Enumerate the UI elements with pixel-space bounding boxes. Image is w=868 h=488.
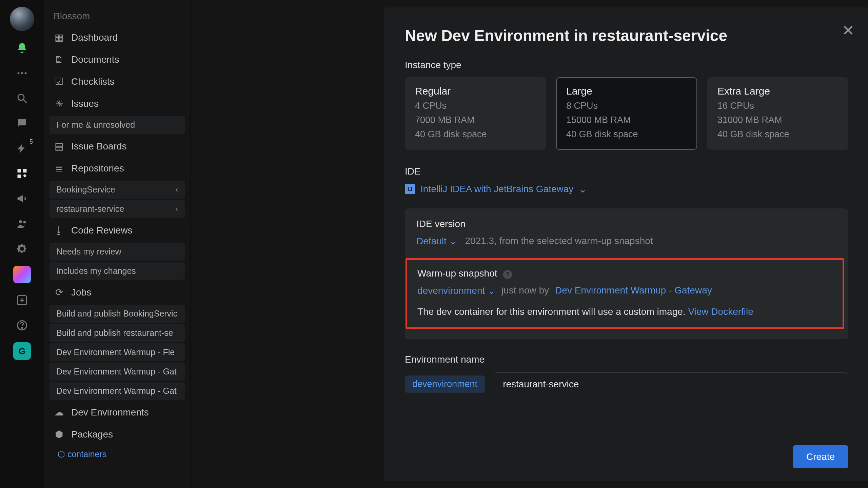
packages-icon: ⬢	[54, 429, 64, 440]
sidebar-item-dev-envs[interactable]: ☁ Dev Environments	[44, 401, 190, 423]
instance-type-label: Instance type	[405, 60, 848, 70]
instance-card-regular[interactable]: Regular 4 CPUs 7000 MB RAM 40 GB disk sp…	[405, 77, 546, 150]
sidebar-item-documents[interactable]: 🗎 Documents	[44, 48, 190, 70]
documents-icon: 🗎	[54, 54, 64, 65]
card-disk: 40 GB disk space	[415, 127, 536, 142]
job-item[interactable]: Build and publish BookingServic	[50, 305, 185, 323]
card-cpu: 4 CPUs	[415, 99, 536, 113]
chevron-down-icon: ⌄	[579, 184, 587, 195]
filter-label: Needs my review	[56, 247, 121, 257]
sidebar-item-dashboard[interactable]: ▦ Dashboard	[44, 26, 190, 48]
svg-point-14	[22, 327, 22, 328]
repo-item[interactable]: BookingService ‹	[50, 181, 185, 199]
card-ram: 15000 MB RAM	[566, 113, 687, 127]
megaphone-icon[interactable]	[14, 190, 30, 207]
sidebar-label: Documents	[71, 54, 119, 65]
gear-icon[interactable]	[14, 241, 30, 257]
issues-icon: ✳	[54, 98, 64, 109]
job-item[interactable]: Dev Environment Warmup - Gat	[50, 382, 185, 400]
dashboard-icon: ▦	[54, 32, 64, 43]
cr-filter[interactable]: Includes my changes	[50, 262, 185, 280]
avatar[interactable]	[10, 7, 34, 31]
job-item[interactable]: Build and publish restaurant-se	[50, 324, 185, 342]
sidebar-label: Jobs	[71, 287, 91, 298]
sidebar-item-packages[interactable]: ⬢ Packages	[44, 423, 190, 445]
plugin-icon[interactable]	[13, 266, 31, 283]
svg-point-0	[18, 72, 20, 74]
package-sub[interactable]: ⬡ containers	[44, 445, 190, 463]
sidebar-label: Checklists	[71, 76, 115, 87]
new-dev-env-modal: ✕ New Dev Environment in restaurant-serv…	[384, 7, 868, 481]
card-disk: 40 GB disk space	[566, 127, 687, 142]
intellij-icon: IJ	[405, 184, 415, 194]
instance-card-large[interactable]: Large 8 CPUs 15000 MB RAM 40 GB disk spa…	[556, 77, 697, 150]
repo-label: BookingService	[56, 185, 115, 195]
card-ram: 7000 MB RAM	[415, 113, 536, 127]
close-icon[interactable]: ✕	[842, 23, 854, 38]
ide-version-select[interactable]: Default ⌄	[416, 236, 457, 247]
chat-icon[interactable]	[14, 115, 30, 131]
sidebar-item-repositories[interactable]: ≣ Repositories	[44, 157, 190, 179]
job-item[interactable]: Dev Environment Warmup - Fle	[50, 343, 185, 361]
card-cpu: 16 CPUs	[717, 99, 838, 113]
repos-icon: ≣	[54, 163, 64, 174]
env-tag[interactable]: devenvironment	[405, 375, 485, 393]
instance-card-xlarge[interactable]: Extra Large 16 CPUs 31000 MB RAM 40 GB d…	[707, 77, 848, 150]
filter-label: For me & unresolved	[56, 120, 135, 130]
repo-item[interactable]: restaurant-service ‹	[50, 200, 185, 218]
cloud-icon: ☁	[54, 407, 64, 418]
warmup-highlight: Warm-up snapshot ? devenvironment ⌄ just…	[406, 258, 844, 329]
warmup-when: just now by	[501, 285, 549, 296]
ide-selector[interactable]: IJ IntelliJ IDEA with JetBrains Gateway …	[405, 184, 848, 195]
chevron-left-icon: ‹	[176, 205, 178, 214]
svg-rect-6	[23, 169, 27, 173]
help-icon[interactable]	[14, 317, 30, 333]
version-value: Default	[416, 236, 447, 246]
help-icon[interactable]: ?	[503, 270, 512, 279]
bell-icon[interactable]	[14, 40, 30, 56]
svg-point-2	[25, 72, 27, 74]
env-name-input[interactable]	[494, 372, 848, 396]
version-desc: 2021.3, from the selected warm-up snapsh…	[465, 236, 653, 246]
env-name-section: Environment name devenvironment	[405, 354, 848, 396]
plus-box-icon[interactable]	[14, 292, 30, 308]
instance-cards: Regular 4 CPUs 7000 MB RAM 40 GB disk sp…	[405, 77, 848, 150]
svg-point-8	[19, 220, 22, 223]
project-name[interactable]: Blossom	[44, 6, 190, 26]
card-disk: 40 GB disk space	[717, 127, 838, 142]
sidebar-item-issue-boards[interactable]: ▤ Issue Boards	[44, 135, 190, 157]
card-cpu: 8 CPUs	[566, 99, 687, 113]
svg-point-1	[21, 72, 23, 74]
more-icon[interactable]	[14, 65, 30, 81]
card-name: Extra Large	[717, 85, 838, 97]
sidebar-label: Issue Boards	[71, 141, 126, 152]
sidebar-item-code-reviews[interactable]: ⭳ Code Reviews	[44, 219, 190, 241]
warmup-text: Warm-up snapshot	[417, 268, 497, 279]
sidebar-item-jobs[interactable]: ⟳ Jobs	[44, 281, 190, 303]
apps-icon[interactable]	[14, 165, 30, 182]
warmup-by-link[interactable]: Dev Environment Warmup - Gateway	[555, 285, 712, 296]
cr-filter[interactable]: Needs my review	[50, 243, 185, 261]
sidebar-item-issues[interactable]: ✳ Issues	[44, 93, 190, 115]
create-button[interactable]: Create	[793, 445, 848, 468]
warmup-label: Warm-up snapshot ?	[417, 268, 832, 279]
warmup-value: devenvironment	[417, 285, 485, 296]
left-rail: 5 G	[0, 0, 44, 488]
jobs-icon: ⟳	[54, 287, 64, 298]
card-ram: 31000 MB RAM	[717, 113, 838, 127]
issues-filter[interactable]: For me & unresolved	[50, 116, 185, 134]
docker-text: The dev container for this environment w…	[417, 306, 686, 317]
warmup-select[interactable]: devenvironment ⌄	[417, 285, 495, 296]
people-icon[interactable]	[14, 216, 30, 232]
bolt-icon[interactable]: 5	[14, 140, 30, 157]
svg-point-9	[23, 221, 26, 224]
svg-rect-7	[18, 175, 21, 178]
sidebar-item-checklists[interactable]: ☑ Checklists	[44, 70, 190, 93]
plugin2-icon[interactable]: G	[13, 342, 31, 360]
job-item[interactable]: Dev Environment Warmup - Gat	[50, 363, 185, 381]
view-dockerfile-link[interactable]: View Dockerfile	[688, 306, 753, 317]
chevron-left-icon: ‹	[176, 185, 178, 194]
search-icon[interactable]	[14, 90, 30, 106]
sidebar-label: Dashboard	[71, 32, 118, 43]
sidebar-label: Packages	[71, 429, 113, 440]
